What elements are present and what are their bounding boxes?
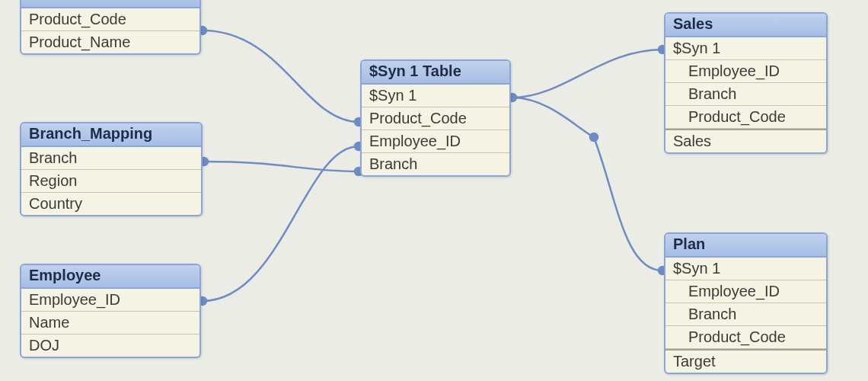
- svg-point-9: [590, 133, 598, 141]
- entity-sales[interactable]: Sales $Syn 1 Employee_ID Branch Product_…: [664, 12, 828, 154]
- entity-employee[interactable]: Employee Employee_ID Name DOJ: [20, 264, 201, 358]
- field-syn1-group[interactable]: $Syn 1: [665, 37, 826, 60]
- field-branch[interactable]: Branch: [362, 153, 509, 175]
- field-target[interactable]: Target: [665, 349, 826, 373]
- entity-title: Plan: [665, 234, 826, 258]
- field-branch[interactable]: Branch: [665, 303, 826, 326]
- diagram-canvas: Product Product_Code Product_Name Branch…: [0, 0, 868, 381]
- field-branch[interactable]: Branch: [665, 83, 826, 106]
- field-name[interactable]: Name: [21, 312, 199, 335]
- entity-title: Employee: [21, 265, 199, 289]
- field-sales[interactable]: Sales: [665, 129, 826, 152]
- entity-title: $Syn 1 Table: [362, 61, 509, 85]
- field-employee-id[interactable]: Employee_ID: [665, 280, 826, 303]
- field-doj[interactable]: DOJ: [21, 335, 199, 357]
- entity-title: Branch_Mapping: [21, 123, 201, 147]
- field-region[interactable]: Region: [21, 170, 201, 193]
- field-product-code[interactable]: Product_Code: [362, 107, 509, 130]
- field-branch[interactable]: Branch: [21, 147, 201, 170]
- entity-fields: $Syn 1 Employee_ID Branch Product_Code S…: [665, 37, 826, 152]
- entity-title: Sales: [665, 14, 826, 37]
- entity-fields: Employee_ID Name DOJ: [21, 289, 199, 357]
- field-product-code[interactable]: Product_Code: [665, 106, 826, 129]
- entity-fields: Branch Region Country: [21, 147, 201, 215]
- field-country[interactable]: Country: [21, 193, 201, 215]
- field-product-code[interactable]: Product_Code: [21, 8, 199, 31]
- field-product-name[interactable]: Product_Name: [21, 31, 199, 53]
- field-employee-id[interactable]: Employee_ID: [21, 289, 199, 312]
- field-syn1-group[interactable]: $Syn 1: [665, 258, 826, 280]
- entity-fields: Product_Code Product_Name: [21, 8, 199, 53]
- field-product-code[interactable]: Product_Code: [665, 326, 826, 349]
- entity-fields: $Syn 1 Employee_ID Branch Product_Code T…: [665, 258, 826, 373]
- field-syn1[interactable]: $Syn 1: [362, 85, 509, 107]
- entity-plan[interactable]: Plan $Syn 1 Employee_ID Branch Product_C…: [664, 232, 828, 374]
- field-employee-id[interactable]: Employee_ID: [665, 60, 826, 83]
- entity-syn1-table[interactable]: $Syn 1 Table $Syn 1 Product_Code Employe…: [360, 59, 511, 177]
- entity-branch-mapping[interactable]: Branch_Mapping Branch Region Country: [20, 122, 203, 216]
- entity-product[interactable]: Product Product_Code Product_Name: [20, 0, 201, 55]
- field-employee-id[interactable]: Employee_ID: [362, 130, 509, 153]
- entity-title: Product: [21, 0, 199, 8]
- entity-fields: $Syn 1 Product_Code Employee_ID Branch: [362, 85, 509, 175]
